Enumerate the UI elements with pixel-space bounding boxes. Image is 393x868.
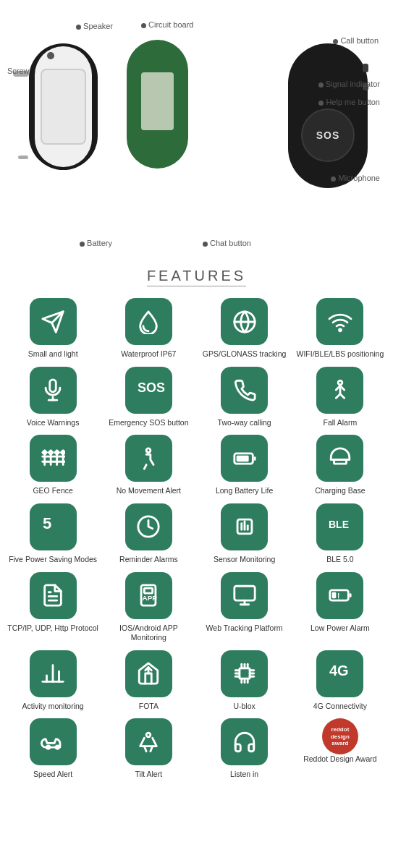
globe-icon-box <box>221 298 268 345</box>
feature-label-wifi-ble: WIFI/BLE/LBS positioning <box>296 349 384 359</box>
battery-low-icon-box: ! <box>316 572 363 619</box>
label-screw: Screw <box>7 67 30 75</box>
svg-rect-35 <box>145 588 153 593</box>
feature-label-reddot: Reddot Design Award <box>303 754 376 765</box>
send-icon-box <box>30 298 77 345</box>
reddot-icon: reddotdesignaward <box>322 718 358 754</box>
svg-text:!: ! <box>337 591 340 603</box>
droplets-icon-box <box>125 298 172 345</box>
upload-home-icon-box <box>125 650 172 697</box>
feature-power-modes: 5 Five Power Saving Modes <box>7 503 98 565</box>
feature-geo-fence: GEO Fence <box>7 435 98 496</box>
device-sos-button: SOS <box>301 109 355 162</box>
feature-gps: GPS/GLONASS tracking <box>199 298 290 359</box>
svg-rect-37 <box>234 586 254 600</box>
feature-label-sensor-monitoring: Sensor Monitoring <box>214 555 275 565</box>
device-top-button <box>363 64 368 72</box>
feature-label-ublox: U-blox <box>233 702 255 712</box>
sos-icon-box: SOS <box>125 367 172 414</box>
feature-ublox: U-blox <box>199 650 290 712</box>
feature-label-speed-alert: Speed Alert <box>33 770 72 780</box>
features-grid: Small and light Waterproof IP67 GPS/GLON… <box>7 298 386 780</box>
4g-icon-box: 4G <box>316 650 363 697</box>
app-icon-box: APP <box>125 572 172 619</box>
feature-two-way-calling: Two-way calling <box>199 367 290 428</box>
headphones-icon-box <box>221 718 268 765</box>
sensor-icon-box <box>221 503 268 550</box>
svg-rect-24 <box>334 459 346 464</box>
feature-label-voice-warnings: Voice Warnings <box>27 418 80 428</box>
chart-bar-icon-box <box>30 650 77 697</box>
svg-point-4 <box>339 328 341 331</box>
helmet-icon-box <box>316 435 363 482</box>
feature-label-reminder-alarms: Reminder Alarms <box>119 555 178 565</box>
feature-sensor-monitoring: Sensor Monitoring <box>199 503 290 565</box>
mic-icon-box <box>30 367 77 414</box>
feature-tilt-alert: Tilt Alert <box>103 718 194 780</box>
feature-label-web-tracking: Web Tracking Platform <box>206 624 283 634</box>
fall-icon-box <box>316 367 363 414</box>
feature-ble50: BLE BLE 5.0 <box>295 503 386 565</box>
svg-text:APP: APP <box>143 594 158 602</box>
label-speaker: Speaker <box>76 22 113 30</box>
svg-text:SOS: SOS <box>138 380 165 395</box>
ble-icon-box: BLE <box>316 503 363 550</box>
feature-battery-life: Long Battery Life <box>199 435 290 496</box>
diagram-section: SOS Speaker Circuit board Call button Sc… <box>0 0 393 260</box>
wifi-signal-icon-box <box>316 298 363 345</box>
svg-rect-23 <box>236 456 248 462</box>
feature-label-listen-in: Listen in <box>230 770 258 780</box>
feature-label-two-way-calling: Two-way calling <box>218 418 271 428</box>
feature-label-charging-base: Charging Base <box>315 486 365 496</box>
svg-rect-42 <box>332 592 337 599</box>
feature-label-activity: Activity monitoring <box>22 702 84 712</box>
feature-listen-in: Listen in <box>199 718 290 780</box>
feature-speed-alert: Speed Alert <box>7 718 98 780</box>
features-title: FEATURES <box>147 268 246 286</box>
feature-waterproof: Waterproof IP67 <box>103 298 194 359</box>
feature-small-light: Small and light <box>7 298 98 359</box>
phone-icon-box <box>221 367 268 414</box>
features-section: FEATURES Small and light Waterproof IP67… <box>0 260 393 794</box>
battery-full-icon-box <box>221 435 268 482</box>
feature-label-tilt-alert: Tilt Alert <box>135 770 163 780</box>
label-help-me-button: Help me button <box>318 98 380 106</box>
tilt-icon-box <box>125 718 172 765</box>
feature-reddot: reddotdesignawardReddot Design Award <box>295 718 386 780</box>
feature-charging-base: Charging Base <box>295 435 386 496</box>
feature-label-waterproof: Waterproof IP67 <box>121 349 176 359</box>
feature-label-gps: GPS/GLONASS tracking <box>203 349 287 359</box>
feature-label-no-movement: No Movement Alert <box>117 486 181 496</box>
feature-label-sos: Emergency SOS button <box>109 418 188 428</box>
svg-rect-48 <box>240 668 250 678</box>
fence-icon-box <box>30 435 77 482</box>
clock-icon-box <box>125 503 172 550</box>
monitor-icon-box <box>221 572 268 619</box>
feature-voice-warnings: Voice Warnings <box>7 367 98 428</box>
feature-label-low-power: Low Power Alarm <box>310 624 370 634</box>
label-microphone: Microphone <box>331 174 380 182</box>
svg-text:BLE: BLE <box>329 519 349 530</box>
feature-reminder-alarms: Reminder Alarms <box>103 503 194 565</box>
feature-label-tcp-ip: TCP/IP, UDP, Http Protocol <box>7 624 98 634</box>
feature-label-battery-life: Long Battery Life <box>216 486 273 496</box>
feature-4g: 4G 4G Connectivity <box>295 650 386 712</box>
feature-fall-alarm: Fall Alarm <box>295 367 386 428</box>
feature-no-movement: No Movement Alert <box>103 435 194 496</box>
svg-point-20 <box>147 448 151 453</box>
device-pcb-chip <box>141 72 174 130</box>
svg-text:5: 5 <box>43 514 51 532</box>
feature-tcp-ip: TCP/IP, UDP, Http Protocol <box>7 572 98 643</box>
files-icon-box <box>30 572 77 619</box>
person-sit-icon-box <box>125 435 172 482</box>
svg-point-64 <box>147 733 151 737</box>
feature-label-small-light: Small and light <box>28 349 78 359</box>
feature-label-geo-fence: GEO Fence <box>33 486 72 496</box>
feature-low-power: ! Low Power Alarm <box>295 572 386 643</box>
label-chat-button: Chat button <box>203 239 251 247</box>
device-battery <box>41 69 86 145</box>
speaker-dot <box>47 52 54 59</box>
feature-sos: SOS Emergency SOS button <box>103 367 194 428</box>
label-battery: Battery <box>80 239 112 247</box>
svg-point-9 <box>338 380 342 385</box>
